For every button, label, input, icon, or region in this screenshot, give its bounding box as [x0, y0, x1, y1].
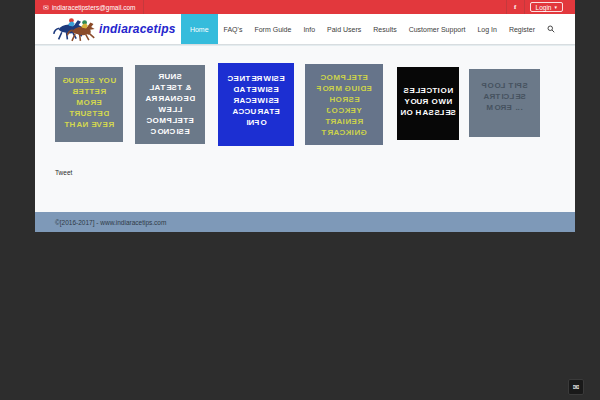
header: indiaracetips HomeFAQ'sForm GuideInfoPai…	[35, 14, 575, 45]
email-link[interactable]: ✉ indiaracetipsters@gmail.com	[35, 0, 144, 14]
nav-item-customer-support[interactable]: Customer Support	[403, 14, 472, 44]
topbar: ✉ indiaracetipsters@gmail.com f Login ▾	[35, 0, 575, 14]
copyright-text: ©[2016-2017] - www.indiaracetips.com	[55, 219, 166, 226]
main-content: GUIDES YOUBETTERMORETRUSTEDTHAN EVERRUNS…	[35, 45, 575, 212]
topbar-divider	[524, 0, 525, 14]
site-container: ✉ indiaracetipsters@gmail.com f Login ▾	[35, 0, 575, 232]
login-label: Login	[536, 4, 552, 11]
facebook-icon[interactable]: f	[507, 0, 524, 14]
brand-logo[interactable]: indiaracetips	[35, 14, 176, 44]
contact-float-button[interactable]: ✉	[568, 379, 584, 395]
promo-tile: POOL TIPSARTICLESMORE ...	[469, 69, 540, 137]
brand-name: indiaracetips	[99, 22, 176, 36]
promo-tile: COMPLETEFORM GUIDEHORSEJOCKEYTRAINERTRAC…	[305, 64, 383, 145]
nav-item-info[interactable]: Info	[297, 14, 321, 44]
nav-item-log-in[interactable]: Log In	[471, 14, 502, 44]
promo-tile: SELECTIONYOUR OWNNO HASSLES	[397, 67, 459, 140]
nav-item-results[interactable]: Results	[367, 14, 402, 44]
nav-item-register[interactable]: Register	[503, 14, 541, 44]
nav-item-faq-s[interactable]: FAQ's	[218, 14, 249, 44]
promo-tiles-row: GUIDES YOUBETTERMORETRUSTEDTHAN EVERRUNS…	[35, 46, 575, 146]
nav-item-form-guide[interactable]: Form Guide	[248, 14, 297, 44]
main-nav: HomeFAQ'sForm GuideInfoPaid UsersResults…	[181, 14, 575, 44]
tweet-link[interactable]: Tweet	[55, 169, 72, 176]
contact-icon: ✉	[573, 383, 580, 392]
search-icon[interactable]	[541, 14, 561, 44]
email-address: indiaracetipsters@gmail.com	[52, 4, 136, 11]
topbar-spacer	[144, 0, 505, 14]
nav-item-paid-users[interactable]: Paid Users	[321, 14, 367, 44]
login-dropdown-button[interactable]: Login ▾	[530, 2, 563, 12]
chevron-down-icon: ▾	[554, 4, 557, 10]
promo-tile: RUNSLATEST &ARRANGEDWELLCOMPLETECONCISE	[135, 65, 205, 144]
promo-tile: GUIDES YOUBETTERMORETRUSTEDTHAN EVER	[55, 67, 123, 142]
promo-tile: CENTERWISEDATEWISERACEWISEACCURATEINFO	[218, 63, 294, 146]
footer: ©[2016-2017] - www.indiaracetips.com	[35, 212, 575, 232]
email-icon: ✉	[43, 4, 49, 11]
horses-logo-icon	[53, 16, 97, 42]
nav-item-home[interactable]: Home	[181, 14, 218, 44]
